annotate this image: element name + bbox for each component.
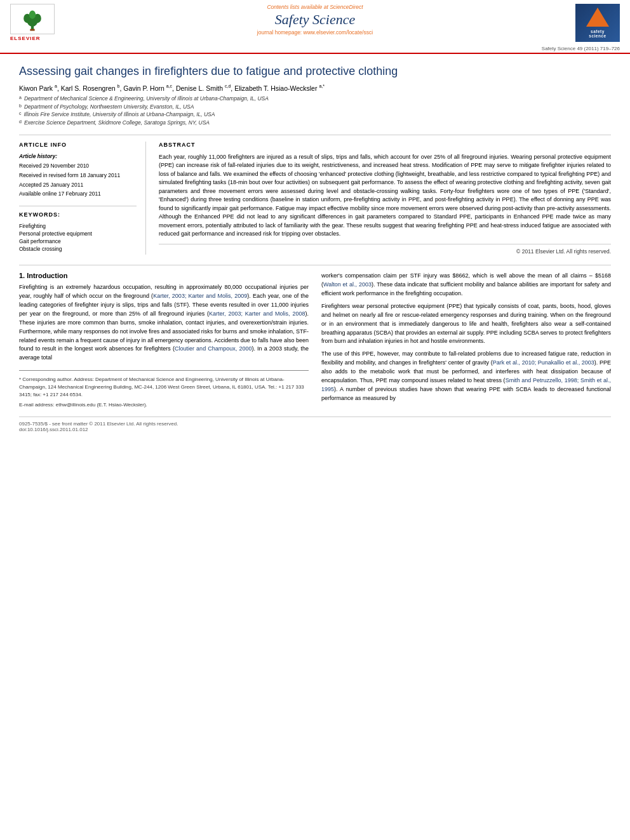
body-left-col: 1. Introduction Firefighting is an extre… bbox=[19, 272, 309, 409]
main-content: Assessing gait changes in firefighters d… bbox=[0, 54, 630, 443]
article-info-abstract: ARTICLE INFO Article history: Received 2… bbox=[19, 135, 611, 255]
article-history-label: Article history: bbox=[19, 153, 137, 161]
journal-title: Safety Science bbox=[67, 11, 563, 28]
header-center: Contents lists available at ScienceDirec… bbox=[55, 4, 575, 36]
body-right-col: worker's compensation claim per STF inju… bbox=[321, 272, 611, 409]
page-footer: 0925-7535/$ - see front matter © 2011 El… bbox=[19, 417, 611, 432]
intro-para-4: The use of this PPE, however, may contri… bbox=[321, 350, 611, 403]
keyword-firefighting: Firefighting bbox=[19, 223, 137, 229]
elsevier-logo: ELSEVIER bbox=[10, 4, 55, 41]
page-header: ELSEVIER Contents lists available at Sci… bbox=[0, 0, 630, 54]
keywords-section: Keywords: Firefighting Personal protecti… bbox=[19, 206, 137, 252]
available-date: Available online 17 February 2011 bbox=[19, 190, 137, 198]
doi-line: doi:10.1016/j.ssci.2011.01.012 bbox=[19, 427, 611, 432]
intro-para-2: worker's compensation claim per STF inju… bbox=[321, 272, 611, 298]
intro-heading: 1. Introduction bbox=[19, 272, 309, 279]
affiliations: aDepartment of Mechanical Science & Engi… bbox=[19, 95, 611, 127]
article-info-column: ARTICLE INFO Article history: Received 2… bbox=[19, 142, 146, 255]
intro-para-1: Firefighting is an extremely hazardous o… bbox=[19, 283, 309, 363]
elsevier-logo-box bbox=[10, 4, 55, 34]
svg-point-4 bbox=[29, 11, 36, 19]
keyword-obstacle: Obstacle crossing bbox=[19, 246, 137, 252]
authors-line: Kiwon Park a, Karl S. Rosengren b, Gavin… bbox=[19, 84, 611, 92]
keywords-label: Keywords: bbox=[19, 211, 137, 218]
logo-triangle bbox=[586, 8, 609, 27]
article-info-label: ARTICLE INFO bbox=[19, 142, 137, 148]
svg-rect-5 bbox=[30, 29, 34, 31]
corresponding-author-note: * Corresponding author. Address: Departm… bbox=[19, 376, 309, 399]
footnote-section: * Corresponding author. Address: Departm… bbox=[19, 370, 309, 409]
issn-line: 0925-7535/$ - see front matter © 2011 El… bbox=[19, 421, 611, 427]
article-title: Assessing gait changes in firefighters d… bbox=[19, 64, 611, 79]
volume-info: Safety Science 49 (2011) 719–726 bbox=[0, 44, 630, 53]
sciencedirect-line: Contents lists available at ScienceDirec… bbox=[67, 4, 563, 10]
abstract-label: ABSTRACT bbox=[159, 142, 611, 148]
logo-label: safetyscience bbox=[589, 29, 606, 38]
copyright: © 2011 Elsevier Ltd. All rights reserved… bbox=[159, 244, 611, 255]
accepted-date: Accepted 25 January 2011 bbox=[19, 182, 137, 189]
abstract-column: ABSTRACT Each year, roughly 11,000 firef… bbox=[159, 142, 611, 255]
abstract-text: Each year, roughly 11,000 firefighters a… bbox=[159, 153, 611, 239]
keyword-ppe: Personal protective equipment bbox=[19, 230, 137, 237]
received-date: Received 29 November 2010 bbox=[19, 163, 137, 170]
intro-para-3: Firefighters wear personal protective eq… bbox=[321, 302, 611, 347]
body-section: 1. Introduction Firefighting is an extre… bbox=[19, 265, 611, 432]
journal-homepage: journal homepage: www.elsevier.com/locat… bbox=[67, 29, 563, 36]
elsevier-text: ELSEVIER bbox=[10, 36, 41, 41]
body-two-col: 1. Introduction Firefighting is an extre… bbox=[19, 272, 611, 409]
safety-science-logo: safetyscience bbox=[575, 4, 620, 42]
keyword-gait: Gait performance bbox=[19, 238, 137, 244]
email-note: E-mail address: ethw@illinois.edu (E.T. … bbox=[19, 401, 309, 409]
revised-date: Received in revised form 18 January 2011 bbox=[19, 172, 137, 180]
